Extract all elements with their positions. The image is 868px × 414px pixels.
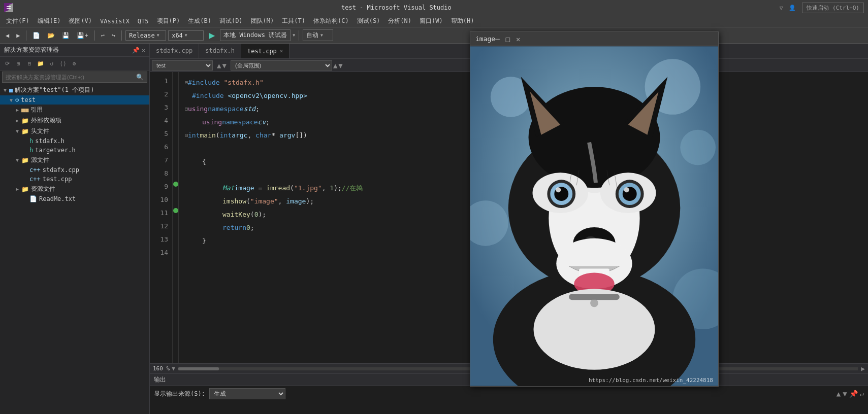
tree-stdafx-h[interactable]: h stdafx.h <box>0 136 149 146</box>
debug-target-arrow-icon[interactable]: ▼ <box>293 33 295 38</box>
svg-point-24 <box>556 187 561 192</box>
sync-btn[interactable]: ⟳ <box>2 58 12 68</box>
menu-test[interactable]: 测试(S) <box>353 16 384 26</box>
menu-window[interactable]: 窗口(W) <box>415 16 447 26</box>
gutter-11 <box>173 204 178 217</box>
platform-dropdown[interactable]: x64 ▼ <box>168 30 204 41</box>
auto-label: 自动 <box>306 31 318 40</box>
scope-nav-up-icon[interactable]: ▲ <box>333 61 337 70</box>
tab-stdafx-h[interactable]: stdafx.h <box>199 44 241 58</box>
save-all-btn[interactable]: 💾+ <box>74 31 90 40</box>
menu-project[interactable]: 项目(P) <box>153 16 184 26</box>
menu-arch[interactable]: 体系结构(C) <box>309 16 353 26</box>
open-btn[interactable]: 📂 <box>45 31 57 40</box>
menu-edit[interactable]: 编辑(E) <box>34 16 65 26</box>
scope-selector[interactable]: (全局范围) <box>231 60 332 71</box>
svg-point-25 <box>624 187 629 192</box>
tree-targetver-h[interactable]: h targetver.h <box>0 146 149 155</box>
tab-test-cpp[interactable]: test.cpp ✕ <box>241 44 290 58</box>
toolbar-sep-3 <box>121 30 122 41</box>
maximize-btn[interactable]: □ <box>506 35 510 43</box>
close-btn[interactable]: ✕ <box>516 35 520 43</box>
svg-rect-3 <box>7 8 11 9</box>
pin-icon[interactable]: 📌 <box>132 47 140 54</box>
zoom-down-icon[interactable]: ▼ <box>172 365 175 372</box>
project-icon: ⚙ <box>15 96 19 104</box>
auto-arrow-icon: ▼ <box>320 33 323 38</box>
properties-btn[interactable]: ⚙ <box>69 58 79 68</box>
vs-logo-icon <box>4 3 13 12</box>
menu-file[interactable]: 文件(F) <box>2 16 34 26</box>
undo-btn[interactable]: ↩ <box>99 31 107 40</box>
minimize-btn[interactable]: ─ <box>495 35 499 43</box>
account-icon[interactable]: 👤 <box>789 5 796 11</box>
tree-stdafx-cpp[interactable]: c++ stdafx.cpp <box>0 165 149 175</box>
output-pin-icon[interactable]: 📌 <box>849 390 858 398</box>
tree-headers[interactable]: ▼ 📁 头文件 <box>0 126 149 136</box>
menu-qt5[interactable]: QT5 <box>134 17 153 26</box>
play-button[interactable]: ▶ <box>206 29 218 41</box>
scope-nav-down-icon[interactable]: ▼ <box>338 61 342 70</box>
menu-build[interactable]: 生成(B) <box>184 16 215 26</box>
config-label: Release <box>129 32 155 39</box>
output-source-select[interactable]: 生成 <box>209 388 285 399</box>
tree-readme[interactable]: 📄 ReadMe.txt <box>0 194 149 203</box>
show-files-btn[interactable]: 📁 <box>36 58 46 68</box>
svg-rect-2 <box>7 6 11 7</box>
filter-icon[interactable]: ▽ <box>780 5 783 11</box>
solution-explorer-title: 解决方案资源管理器 <box>4 46 59 54</box>
expand-btn[interactable]: ⊞ <box>13 58 23 68</box>
stdafx-cpp-icon: c++ <box>29 166 41 174</box>
platform-label: x64 <box>172 32 183 39</box>
quick-launch[interactable]: 快速启动 (Ctrl+Q) <box>802 3 864 13</box>
h-scrollbar-thumb[interactable] <box>178 367 219 370</box>
menu-analyze[interactable]: 分析(N) <box>384 16 415 26</box>
refresh-btn[interactable]: ↺ <box>47 58 57 68</box>
menu-vassistx[interactable]: VAssistX <box>96 17 134 26</box>
ext-deps-label: 外部依赖项 <box>31 116 61 125</box>
scroll-right-icon[interactable]: ▶ <box>861 365 865 372</box>
back-btn[interactable]: ◀ <box>3 31 12 40</box>
resources-folder-icon: 📁 <box>21 186 29 193</box>
code-nav-down-icon[interactable]: ▼ <box>222 61 226 70</box>
menu-view[interactable]: 视图(V) <box>65 16 96 26</box>
output-wrap-icon[interactable]: ↵ <box>860 390 864 398</box>
close-panel-icon[interactable]: ✕ <box>142 47 145 54</box>
auto-dropdown[interactable]: 自动 ▼ <box>303 29 333 41</box>
output-down-icon[interactable]: ▼ <box>843 390 847 398</box>
solution-search-bar[interactable]: 🔍 <box>2 72 147 83</box>
gutter-8 <box>173 164 178 178</box>
line-numbers: 1 2 3 4 5 6 7 8 9 10 11 12 13 14 <box>150 72 173 363</box>
tree-references[interactable]: ▶ ■■ 引用 <box>0 105 149 115</box>
readme-label: ReadMe.txt <box>39 195 76 202</box>
menu-tools[interactable]: 工具(T) <box>278 16 309 26</box>
save-btn[interactable]: 💾 <box>59 31 72 40</box>
collapse-btn[interactable]: ⊟ <box>24 58 35 68</box>
menu-debug[interactable]: 调试(D) <box>215 16 247 26</box>
new-file-btn[interactable]: 📄 <box>30 31 43 40</box>
menu-help[interactable]: 帮助(H) <box>447 16 478 26</box>
redo-btn[interactable]: ↪ <box>109 31 118 40</box>
solution-explorer-header: 解决方案资源管理器 📌 ✕ <box>0 44 149 57</box>
tree-external-deps[interactable]: ▶ 📁 外部依赖项 <box>0 115 149 126</box>
tree-solution-root[interactable]: ▼ ■ 解决方案"test"(1 个项目) <box>0 85 149 95</box>
output-up-icon[interactable]: ▲ <box>837 390 841 398</box>
config-dropdown[interactable]: Release ▼ <box>125 30 166 41</box>
title-right-controls: ▽ 👤 快速启动 (Ctrl+Q) <box>780 3 864 13</box>
context-selector[interactable]: test <box>152 60 213 71</box>
debug-target[interactable]: 本地 Windows 调试器 <box>220 29 291 41</box>
tree-resources[interactable]: ▶ 📁 资源文件 <box>0 184 149 194</box>
code-nav-up-icon[interactable]: ▲ <box>217 61 221 70</box>
tab-close-icon[interactable]: ✕ <box>280 48 283 54</box>
menu-team[interactable]: 团队(M) <box>247 16 278 26</box>
targetver-icon: h <box>29 147 33 154</box>
filter-btn[interactable]: ⟨⟩ <box>58 58 68 68</box>
tree-test-cpp[interactable]: c++ test.cpp <box>0 175 149 184</box>
solution-search-input[interactable] <box>6 74 136 80</box>
image-window-title: image <box>475 35 495 43</box>
tab-stdafx-cpp[interactable]: stdafx.cpp <box>150 44 199 58</box>
svg-point-7 <box>680 130 716 165</box>
tree-sources[interactable]: ▼ 📁 源文件 <box>0 155 149 165</box>
tree-project-test[interactable]: ▼ ⚙ test <box>0 95 149 105</box>
forward-btn[interactable]: ▶ <box>14 31 22 40</box>
